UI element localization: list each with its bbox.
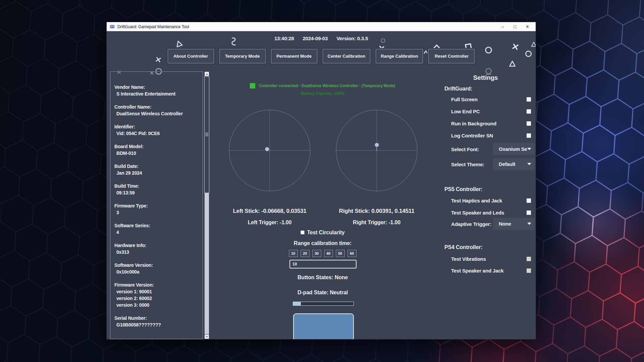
- chevron-down-icon: [527, 148, 531, 150]
- low-end-pc-checkbox[interactable]: [527, 109, 531, 114]
- setting-test-haptics: Test Haptics and Jack: [451, 198, 531, 203]
- setting-run-in-background: Run in Background: [451, 121, 531, 126]
- scroll-up-button[interactable]: ▲: [204, 71, 209, 76]
- ps-triangle-icon: [531, 41, 536, 48]
- minimize-button[interactable]: –: [501, 24, 504, 29]
- toolbar-buttons: About Controller Temporary Mode Permanen…: [107, 49, 536, 63]
- date-text: 2024-09-03: [303, 36, 328, 41]
- info-field: Hardware Info:0x313: [114, 242, 199, 255]
- setting-test-speaker-jack: Test Speaker and Jack: [451, 268, 531, 274]
- info-field: Vendor Name:S Interactive Entertainment: [114, 84, 199, 97]
- scrollbar-thumb[interactable]: [204, 76, 209, 193]
- preset-50-button[interactable]: 50: [336, 250, 345, 257]
- test-haptics-checkbox[interactable]: [527, 198, 531, 203]
- preset-60-button[interactable]: 60: [347, 250, 357, 257]
- info-panel-scrollbar: ▲ ▼: [204, 71, 209, 339]
- preset-10-button[interactable]: 10: [289, 250, 298, 257]
- temporary-mode-button[interactable]: Temporary Mode: [219, 49, 266, 63]
- dpad-progress-fill: [293, 302, 301, 305]
- toolbar-info: 13:40:28 2024-09-03 Version: 0.3.5: [107, 36, 536, 41]
- title-bar[interactable]: DriftGuard: Gamepad Maintenance Tool – □…: [107, 22, 536, 31]
- right-stick-value: Right Stick: 0.00391, 0.14511: [339, 208, 415, 215]
- setting-test-vibrations: Test Vibrations: [451, 256, 531, 262]
- status-indicator-icon: [250, 83, 255, 88]
- window-title: DriftGuard: Gamepad Maintenance Tool: [117, 24, 189, 29]
- settings-title: Settings: [435, 74, 536, 81]
- setting-full-screen: Full Screen: [451, 97, 531, 102]
- info-field: Serial Number:G10B0058????????: [114, 315, 199, 328]
- setting-log-controller-sn: Log Controller SN: [451, 133, 531, 138]
- info-field: Board Model:BDM-010: [114, 143, 199, 157]
- right-stick-gauge: [335, 109, 418, 192]
- connection-status: Controller connected - DualSense Wireles…: [210, 83, 435, 88]
- info-field: Identifier:Vid: 054C Pid: 0CE6: [114, 123, 199, 137]
- left-trigger-value: Left Trigger: -1.00: [248, 220, 291, 226]
- center-panel: Controller connected - DualSense Wireles…: [210, 71, 435, 339]
- controller-info-panel: Vendor Name:S Interactive Entertainment …: [110, 71, 203, 339]
- info-field: Controller Name:DualSense Wireless Contr…: [114, 104, 199, 117]
- right-trigger-value: Right Trigger: -1.00: [353, 220, 400, 226]
- dpad-progress-bar: [293, 302, 354, 306]
- info-field: Firmware Version:version 1: 90001version…: [114, 282, 199, 308]
- scrollbar-track[interactable]: [205, 193, 209, 334]
- adaptive-trigger-dropdown[interactable]: None: [493, 218, 535, 230]
- about-controller-button[interactable]: About Controller: [168, 49, 214, 63]
- test-circularity-checkbox[interactable]: Test Circularity: [301, 230, 344, 236]
- ps4-heading: PS4 Controller:: [444, 244, 482, 250]
- range-calibration-title: Range calibration time:: [294, 240, 352, 246]
- preset-20-button[interactable]: 20: [301, 250, 310, 257]
- log-controller-sn-checkbox[interactable]: [527, 133, 531, 138]
- version-text: Version: 0.3.5: [336, 36, 368, 41]
- maximize-button[interactable]: □: [514, 24, 516, 29]
- theme-dropdown[interactable]: Default: [493, 158, 535, 170]
- app-icon: [110, 24, 115, 29]
- info-field: Software Version:0x10c000a: [114, 262, 199, 275]
- info-field: Build Time:09:13:59: [114, 183, 199, 196]
- settings-panel: Settings DriftGuard: Full Screen Low End…: [435, 71, 536, 339]
- dpad-state-text: D-pad State: Neutral: [298, 290, 348, 296]
- clock-text: 13:40:28: [274, 36, 294, 41]
- battery-text: Battery Capacity: 100%: [210, 91, 435, 96]
- chevron-down-icon: [527, 223, 531, 225]
- test-speaker-jack-checkbox[interactable]: [527, 268, 531, 273]
- window-body: 13:40:28 2024-09-03 Version: 0.3.5 About…: [107, 31, 536, 339]
- info-field: Firmware Type:3: [114, 202, 199, 216]
- setting-low-end-pc: Low End PC: [451, 109, 531, 114]
- checkbox-icon: [301, 231, 304, 234]
- center-calibration-button[interactable]: Center Calibration: [323, 49, 371, 63]
- full-screen-checkbox[interactable]: [527, 97, 531, 102]
- calibration-presets: 10 20 30 40 50 60: [210, 250, 435, 257]
- calibration-time-input[interactable]: [289, 260, 357, 268]
- right-stick-dot: [375, 143, 379, 147]
- test-speaker-leds-checkbox[interactable]: [527, 210, 531, 215]
- permanent-mode-button[interactable]: Permanent Mode: [271, 49, 317, 63]
- info-field: Software Series:4: [114, 222, 199, 236]
- left-stick-gauge: [228, 109, 311, 192]
- scroll-down-button[interactable]: ▼: [204, 334, 209, 339]
- run-in-background-checkbox[interactable]: [527, 121, 531, 126]
- app-window: DriftGuard: Gamepad Maintenance Tool – □…: [106, 22, 536, 340]
- led-color-display: [293, 313, 354, 339]
- button-states-text: Button States: None: [298, 275, 348, 281]
- left-stick-value: Left Stick: -0.06668, 0.03531: [233, 208, 306, 215]
- chevron-down-icon: [527, 163, 531, 165]
- left-stick-dot: [265, 147, 269, 151]
- info-field: Build Date:Jan 29 2024: [114, 163, 199, 176]
- status-text: Controller connected - DualSense Wireles…: [259, 83, 395, 88]
- close-button[interactable]: ×: [526, 24, 529, 29]
- ps5-heading: PS5 Controller:: [444, 186, 482, 192]
- font-dropdown[interactable]: Oxanium Semi: [493, 143, 535, 155]
- test-vibrations-checkbox[interactable]: [527, 257, 531, 261]
- driftguard-heading: DriftGuard:: [444, 86, 472, 92]
- preset-40-button[interactable]: 40: [324, 250, 333, 257]
- scrollbar-grip: [205, 133, 208, 137]
- reset-controller-button[interactable]: Reset Controller: [428, 49, 475, 63]
- setting-test-speaker-leds: Test Speaker and Leds: [451, 210, 531, 216]
- preset-30-button[interactable]: 30: [312, 250, 321, 257]
- range-calibration-button[interactable]: Range Calibration: [376, 49, 423, 63]
